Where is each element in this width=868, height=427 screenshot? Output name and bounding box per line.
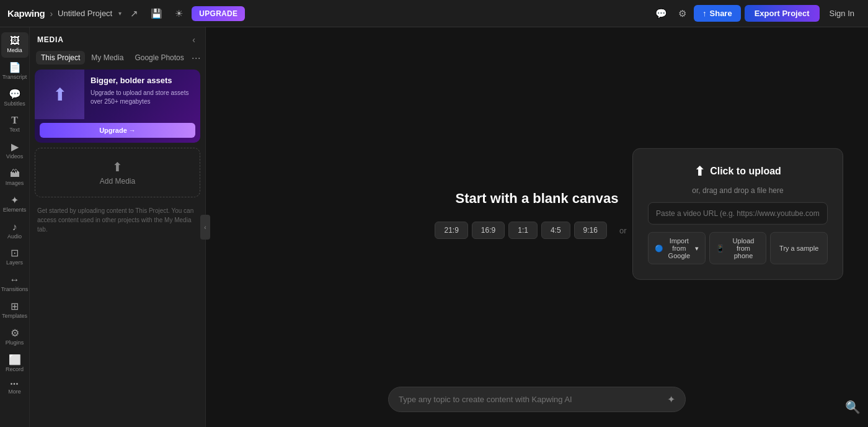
upgrade-card-desc: Upgrade to upload and store assets over … (91, 89, 194, 106)
media-icon: 🖼 (10, 36, 20, 46)
search-button[interactable]: 🔍 (845, 400, 861, 415)
topbar-left: Kapwing › Untitled Project ▾ ↗ 💾 ☀ UPGRA… (7, 6, 652, 22)
settings-icon[interactable]: ⚙ (675, 6, 690, 22)
ratio-1-1[interactable]: 1:1 (508, 222, 538, 239)
canvas-center: Start with a blank canvas 21:9 16:9 1:1 … (435, 191, 639, 239)
add-media-label: Add Media (100, 177, 135, 186)
canvas-options-row: 21:9 16:9 1:1 4:5 9:16 or (435, 222, 639, 239)
audio-icon: ♪ (12, 222, 17, 232)
more-icon: ••• (11, 381, 19, 387)
sign-in-button[interactable]: Sign In (823, 6, 861, 21)
export-button[interactable]: Export Project (745, 5, 820, 22)
upgrade-card-title: Bigger, bolder assets (91, 76, 194, 86)
images-icon: 🏔 (10, 169, 20, 179)
upgrade-button[interactable]: UPGRADE (192, 6, 245, 21)
add-media-icon: ⬆ (112, 160, 123, 174)
sidebar-item-plugins[interactable]: ⚙ Plugins (1, 325, 29, 350)
drag-drop-text: or, drag and drop a file here (648, 186, 828, 195)
save-icon[interactable]: 💾 (147, 6, 166, 22)
tab-google-photos[interactable]: Google Photos (130, 51, 188, 65)
upload-box: ⬆ Click to upload or, drag and drop a fi… (632, 148, 843, 280)
topbar: Kapwing › Untitled Project ▾ ↗ 💾 ☀ UPGRA… (0, 0, 868, 27)
chevron-icon: ▾ (695, 244, 699, 252)
media-panel-header: MEDIA ‹ (30, 27, 205, 51)
sidebar-item-videos[interactable]: ▶ Videos (1, 138, 29, 164)
media-panel: MEDIA ‹ This Project My Media Google Pho… (30, 27, 206, 427)
tab-my-media[interactable]: My Media (86, 51, 128, 65)
chevron-down-icon[interactable]: ▾ (118, 10, 122, 17)
brand-logo: Kapwing (7, 8, 45, 19)
ratio-9-16[interactable]: 9:16 (574, 222, 607, 239)
comment-icon[interactable]: 💬 (652, 6, 671, 22)
upgrade-card-footer: Upgrade → (35, 119, 200, 143)
sidebar-item-templates[interactable]: ⊞ Templates (1, 298, 29, 323)
sidebar-item-transcript[interactable]: 📄 Transcript (1, 59, 29, 84)
or-divider: or (619, 226, 627, 235)
sidebar-item-text[interactable]: T Text (1, 112, 29, 137)
upload-box-header: ⬆ Click to upload (648, 164, 828, 179)
tabs-more-button[interactable]: ··· (190, 52, 202, 63)
import-google-button[interactable]: 🔵 Import from Google ▾ (648, 232, 706, 264)
help-text: Get started by uploading content to This… (30, 202, 205, 241)
try-sample-button[interactable]: Try a sample (770, 232, 828, 264)
icon-nav: 🖼 Media 📄 Transcript 💬 Subtitles T Text … (0, 27, 30, 427)
upload-actions: 🔵 Import from Google ▾ 📱 Upload from pho… (648, 232, 828, 264)
breadcrumb-sep: › (50, 9, 53, 19)
sidebar-item-layers[interactable]: ⊡ Layers (1, 245, 29, 270)
main-content: 🖼 Media 📄 Transcript 💬 Subtitles T Text … (0, 27, 868, 427)
panel-resize-handle[interactable]: ‹ (200, 215, 210, 240)
upload-cloud-icon: ⬆ (694, 164, 705, 179)
canvas-area: Start with a blank canvas 21:9 16:9 1:1 … (206, 27, 868, 427)
project-title: Untitled Project (58, 9, 112, 18)
upgrade-card-button[interactable]: Upgrade → (40, 123, 195, 138)
text-icon: T (11, 115, 18, 125)
transcript-icon: 📄 (9, 63, 21, 73)
ratio-4-5[interactable]: 4:5 (541, 222, 570, 239)
share-icon: ↑ (702, 9, 707, 18)
subtitles-icon: 💬 (9, 89, 21, 99)
sidebar-item-audio[interactable]: ♪ Audio (1, 218, 29, 244)
upload-phone-button[interactable]: 📱 Upload from phone (709, 232, 767, 264)
upgrade-text: Bigger, bolder assets Upgrade to upload … (84, 70, 200, 119)
topbar-actions: 💬 ⚙ ↑ Share Export Project Sign In (652, 5, 861, 22)
ai-input[interactable] (399, 395, 662, 404)
transitions-icon: ↔ (10, 275, 20, 285)
sidebar-item-more[interactable]: ••• More (1, 377, 29, 399)
upgrade-thumbnail: ⬆ (35, 70, 84, 119)
tabs-row: This Project My Media Google Photos ··· (30, 51, 205, 70)
sidebar-item-record[interactable]: ⬜ Record (1, 351, 29, 377)
add-media-area[interactable]: ⬆ Add Media (35, 148, 200, 197)
collapse-panel-button[interactable]: ‹ (190, 34, 198, 46)
ratio-21-9[interactable]: 21:9 (435, 222, 467, 239)
upload-icon: ⬆ (53, 84, 67, 105)
url-input[interactable] (648, 202, 828, 225)
templates-icon: ⊞ (11, 302, 19, 312)
record-icon: ⬜ (9, 355, 21, 365)
share-button[interactable]: ↑ Share (694, 5, 741, 22)
phone-icon: 📱 (716, 244, 725, 252)
sidebar-item-images[interactable]: 🏔 Images (1, 165, 29, 191)
tab-this-project[interactable]: This Project (36, 51, 85, 65)
share-external-icon[interactable]: ↗ (126, 6, 142, 22)
layers-icon: ⊡ (11, 248, 19, 258)
plugins-icon: ⚙ (11, 328, 19, 338)
click-to-upload-label[interactable]: Click to upload (710, 166, 781, 177)
sidebar-item-transitions[interactable]: ↔ Transitions (1, 271, 29, 297)
upgrade-card: ⬆ Bigger, bolder assets Upgrade to uploa… (35, 70, 200, 143)
sidebar-item-subtitles[interactable]: 💬 Subtitles (1, 86, 29, 111)
ai-send-button[interactable]: ✦ (667, 393, 675, 405)
videos-icon: ▶ (11, 142, 19, 152)
ai-input-bar: ✦ (388, 387, 686, 412)
media-panel-title: MEDIA (37, 35, 64, 44)
sidebar-item-elements[interactable]: ✦ Elements (1, 192, 29, 217)
google-icon: 🔵 (655, 244, 663, 252)
sun-icon[interactable]: ☀ (171, 6, 187, 22)
ratio-16-9[interactable]: 16:9 (472, 222, 505, 239)
sidebar-item-media[interactable]: 🖼 Media (1, 32, 29, 58)
elements-icon: ✦ (11, 196, 19, 205)
blank-canvas-title: Start with a blank canvas (456, 191, 619, 207)
aspect-ratios: 21:9 16:9 1:1 4:5 9:16 (435, 222, 606, 239)
